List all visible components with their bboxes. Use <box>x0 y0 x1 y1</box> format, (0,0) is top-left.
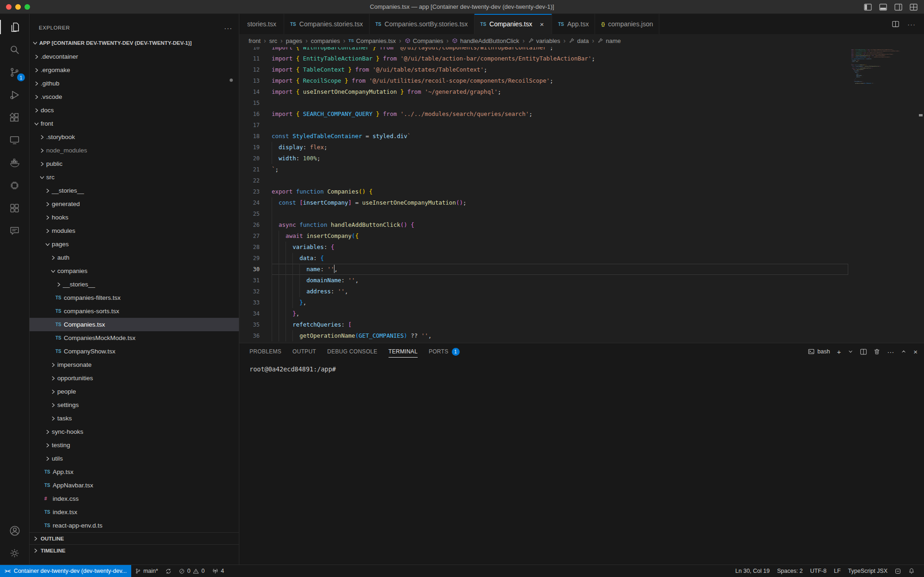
code-line-32[interactable]: 32 address: '', <box>239 286 848 297</box>
tree-item-front[interactable]: front <box>30 117 239 130</box>
tab-companies.json[interactable]: {}companies.json <box>595 14 659 34</box>
tree-item-companies-sorts.tsx[interactable]: TScompanies-sorts.tsx <box>30 304 239 318</box>
cursor-position-item[interactable]: Ln 30, Col 19 <box>732 568 773 574</box>
tree-item-.storybook[interactable]: .storybook <box>30 130 239 144</box>
chat-icon[interactable] <box>0 219 29 242</box>
tree-item-AppNavbar.tsx[interactable]: TSAppNavbar.tsx <box>30 479 239 492</box>
close-window-button[interactable] <box>6 4 12 10</box>
breadcrumb-item-variables[interactable]: variables <box>528 37 560 44</box>
sync-changes-item[interactable] <box>162 565 175 577</box>
tree-item-CompaniesMockMode.tsx[interactable]: TSCompaniesMockMode.tsx <box>30 331 239 345</box>
explorer-icon[interactable] <box>0 16 29 38</box>
code-line-24[interactable]: 24 const [insertCompany] = useInsertOneC… <box>239 197 848 208</box>
tree-item-hooks[interactable]: hooks <box>30 211 239 224</box>
code-line-28[interactable]: 28 variables: { <box>239 242 848 253</box>
tree-item-react-app-env.d.ts[interactable]: TSreact-app-env.d.ts <box>30 519 239 532</box>
breadcrumb-item-name[interactable]: name <box>597 37 621 44</box>
close-tab-icon[interactable]: × <box>538 20 546 28</box>
tree-item-docs[interactable]: docs <box>30 103 239 117</box>
code-line-11[interactable]: 11import { EntityTableActionBar } from '… <box>239 53 848 64</box>
tree-item-modules[interactable]: modules <box>30 224 239 237</box>
code-line-35[interactable]: 35 refetchQueries: [ <box>239 319 848 330</box>
run-and-debug-icon[interactable] <box>0 84 29 106</box>
panel-more-actions-icon[interactable]: ··· <box>887 348 894 356</box>
tree-item-pages[interactable]: pages <box>30 237 239 251</box>
docker-icon[interactable] <box>0 152 29 174</box>
code-line-26[interactable]: 26 async function handleAddButtonClick()… <box>239 219 848 231</box>
workspace-section-header[interactable]: APP [CONTAINER DEV-TWENTY-DEV (DEV-TWENT… <box>30 36 239 50</box>
tree-item-.github[interactable]: .github <box>30 77 239 90</box>
tree-item-impersonate[interactable]: impersonate <box>30 358 239 371</box>
grid-apps-icon[interactable] <box>0 197 29 219</box>
extension-status-item[interactable] <box>891 568 905 574</box>
notifications-item[interactable] <box>905 568 918 574</box>
source-control-icon[interactable]: 1 <box>0 61 29 84</box>
code-line-33[interactable]: 33 }, <box>239 297 848 308</box>
tree-item-auth[interactable]: auth <box>30 251 239 264</box>
code-line-20[interactable]: 20 width: 100%; <box>239 153 848 164</box>
code-line-23[interactable]: 23export function Companies() { <box>239 186 848 197</box>
tree-item-index.css[interactable]: #index.css <box>30 492 239 505</box>
code-line-21[interactable]: 21`; <box>239 164 848 175</box>
panel-tab-output[interactable]: OUTPUT <box>292 343 316 360</box>
panel-tab-terminal[interactable]: TERMINAL <box>389 343 418 360</box>
problems-item[interactable]: 0 0 <box>175 565 208 577</box>
toggle-primary-sidebar-icon[interactable] <box>864 4 872 11</box>
code-editor[interactable]: 10import { WithTopBarContainer } from '@… <box>239 47 848 343</box>
code-line-14[interactable]: 14import { useInsertOneCompanyMutation }… <box>239 86 848 97</box>
tree-item-companies-filters.tsx[interactable]: TScompanies-filters.tsx <box>30 291 239 304</box>
maximize-panel-chevron-icon[interactable] <box>901 349 906 354</box>
minimize-window-button[interactable] <box>15 4 21 10</box>
code-line-13[interactable]: 13import { RecoilScope } from '@/ui/util… <box>239 75 848 86</box>
customize-layout-icon[interactable] <box>910 4 918 11</box>
tree-item-.vscode[interactable]: .vscode <box>30 90 239 103</box>
terminal-dropdown-chevron-icon[interactable] <box>848 349 853 354</box>
eol-item[interactable]: LF <box>830 568 845 574</box>
tree-item-generated[interactable]: generated <box>30 197 239 211</box>
editor-more-actions-icon[interactable]: ··· <box>907 20 916 28</box>
indentation-item[interactable]: Spaces: 2 <box>773 568 807 574</box>
toggle-secondary-sidebar-icon[interactable] <box>894 4 902 11</box>
tree-item-__stories__[interactable]: __stories__ <box>30 184 239 197</box>
tree-item-.devcontainer[interactable]: .devcontainer <box>30 50 239 63</box>
devtools-icon[interactable] <box>0 174 29 197</box>
editor-scrollbar[interactable] <box>918 47 924 343</box>
split-terminal-icon[interactable] <box>860 349 867 355</box>
breadcrumb-item-src[interactable]: src <box>269 37 277 44</box>
breadcrumb-item-companies[interactable]: companies <box>311 37 340 44</box>
tree-item-CompanyShow.tsx[interactable]: TSCompanyShow.tsx <box>30 345 239 358</box>
tree-item-tasks[interactable]: tasks <box>30 412 239 425</box>
remote-explorer-icon[interactable] <box>0 129 29 152</box>
tab-Companies.stories.tsx[interactable]: TSCompanies.stories.tsx <box>284 14 370 34</box>
tab-Companies.tsx[interactable]: TSCompanies.tsx× <box>474 14 552 34</box>
git-branch-item[interactable]: main* <box>131 565 162 577</box>
panel-tab-problems[interactable]: PROBLEMS <box>249 343 281 360</box>
remote-indicator[interactable]: >< Container dev-twenty-dev (dev-twenty-… <box>0 565 131 577</box>
code-line-12[interactable]: 12import { TableContext } from '@/ui/tab… <box>239 64 848 75</box>
tree-item-.ergomake[interactable]: .ergomake <box>30 63 239 77</box>
tree-item-node_modules[interactable]: node_modules <box>30 144 239 157</box>
breadcrumb-item-pages[interactable]: pages <box>286 37 302 44</box>
minimap[interactable]: import { WithTopBarContainer } from '@/u… <box>848 47 918 343</box>
split-editor-icon[interactable] <box>892 21 899 27</box>
tab-stories.tsx[interactable]: stories.tsx <box>239 14 284 34</box>
panel-tab-debug-console[interactable]: DEBUG CONSOLE <box>327 343 377 360</box>
code-line-29[interactable]: 29 data: { <box>239 253 848 264</box>
new-terminal-button[interactable]: + <box>837 348 841 356</box>
terminal[interactable]: root@0a42ecd84891:/app# <box>239 360 924 565</box>
breadcrumb-item-data[interactable]: data <box>569 37 589 44</box>
kill-terminal-trash-icon[interactable] <box>874 348 880 355</box>
account-icon[interactable] <box>0 519 29 542</box>
toggle-panel-icon[interactable] <box>879 4 887 11</box>
code-line-22[interactable]: 22 <box>239 175 848 186</box>
forwarded-ports-item[interactable]: 4 <box>208 565 228 577</box>
terminal-shell-selector[interactable]: bash <box>808 348 830 355</box>
tree-item-settings[interactable]: settings <box>30 398 239 412</box>
tree-item-__stories__[interactable]: __stories__ <box>30 278 239 291</box>
code-line-31[interactable]: 31 domainName: '', <box>239 275 848 286</box>
code-line-16[interactable]: 16import { SEARCH_COMPANY_QUERY } from '… <box>239 109 848 120</box>
breadcrumb-item-Companies[interactable]: Companies <box>405 37 444 44</box>
tree-item-testing[interactable]: testing <box>30 438 239 452</box>
code-line-15[interactable]: 15 <box>239 97 848 109</box>
code-line-18[interactable]: 18const StyledTableContainer = styled.di… <box>239 131 848 142</box>
